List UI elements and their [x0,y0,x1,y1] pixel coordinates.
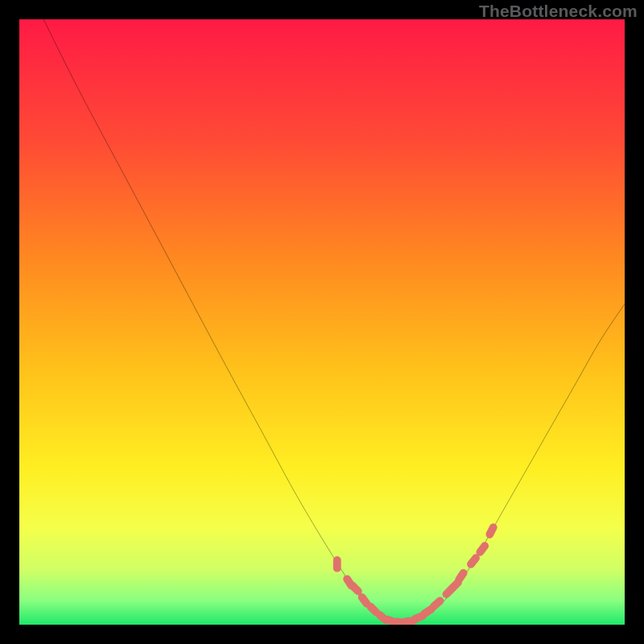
gradient-background [19,19,625,625]
highlight-dot [333,556,341,572]
chart-frame: TheBottleneck.com [0,0,644,644]
watermark-label: TheBottleneck.com [479,2,638,21]
bottleneck-chart [19,19,625,625]
